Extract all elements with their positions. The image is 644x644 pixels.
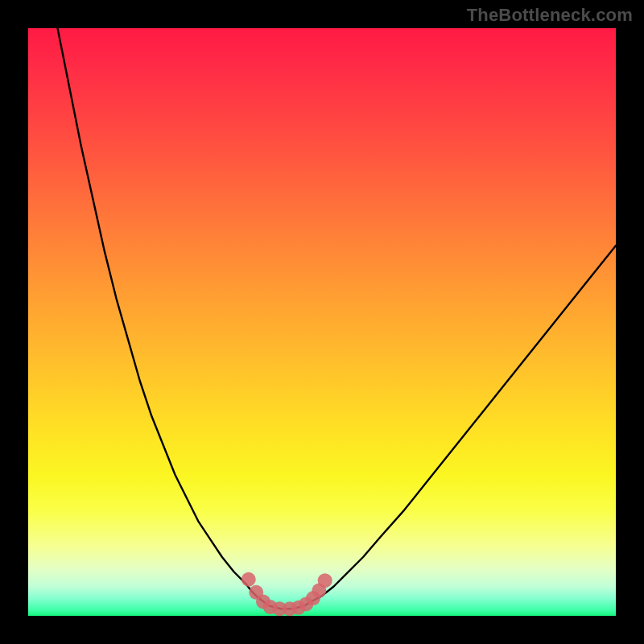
data-marker (242, 572, 256, 587)
chart-frame: TheBottleneck.com (0, 0, 644, 644)
watermark-text: TheBottleneck.com (467, 5, 633, 26)
data-marker (318, 573, 332, 588)
plot-area (28, 28, 616, 616)
bottleneck-curve (58, 28, 617, 609)
curve-layer (28, 28, 616, 616)
